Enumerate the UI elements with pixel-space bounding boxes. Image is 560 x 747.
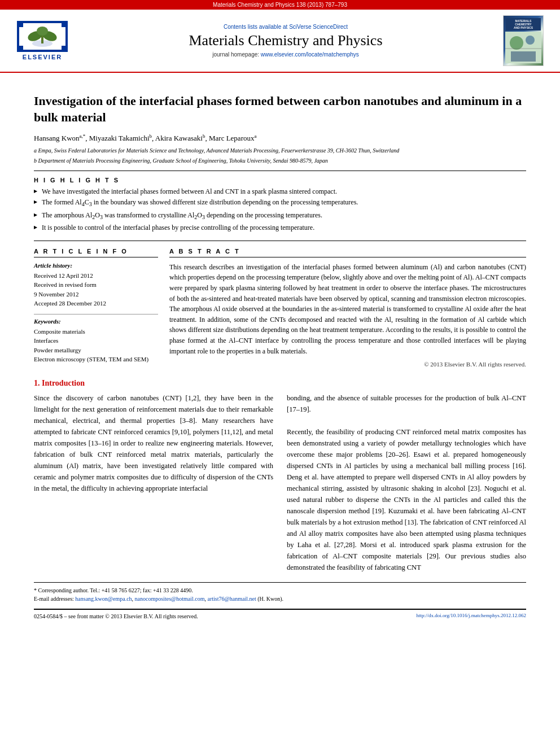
elsevier-emblem (17, 21, 68, 52)
journal-banner: ELSEVIER Contents lists available at Sci… (0, 10, 560, 73)
issn-line: 0254-0584/$ – see front matter © 2013 El… (34, 612, 198, 621)
kwon-affil: a,* (80, 133, 86, 139)
intro-right-col: bonding, and the absence of suitable pro… (287, 392, 526, 573)
keyword-3: Powder metallurgy (34, 346, 158, 355)
info-abstract-columns: A R T I C L E I N F O Article history: R… (34, 248, 526, 368)
svg-point-13 (526, 36, 535, 45)
affiliation-b: b Department of Materials Processing Eng… (34, 157, 526, 165)
email-footnote: E-mail addresses: hansang.kwon@empa.ch, … (34, 595, 526, 603)
article-title: Investigation of the interfacial phases … (34, 93, 526, 125)
article-info-column: A R T I C L E I N F O Article history: R… (34, 248, 158, 368)
svg-point-12 (510, 36, 523, 50)
authors-line: Hansang Kwona,*, Miyazaki Takamichib, Ak… (34, 133, 526, 143)
sciverse-notice: Contents lists available at SciVerse Sci… (73, 24, 498, 30)
history-title: Article history: (34, 262, 158, 269)
highlights-section: H I G H L I G H T S We have investigated… (34, 177, 526, 233)
elsevier-logo-area: ELSEVIER (11, 21, 73, 60)
email-link-2[interactable]: nanocomposites@hotmail.com (135, 596, 205, 602)
keyword-2: Interfaces (34, 336, 158, 346)
copyright-notice: © 2013 Elsevier B.V. All rights reserved… (169, 361, 526, 368)
journal-citation: Materials Chemistry and Physics 138 (201… (213, 2, 347, 8)
doi-link[interactable]: http://dx.doi.org/10.1016/j.matchemphys.… (416, 612, 526, 621)
keywords-section: Keywords: Composite materials Interfaces… (34, 314, 158, 364)
intro-heading: 1. Introduction (34, 379, 526, 388)
journal-cover-area: MATERIALS CHEMISTRY AND PHYSICS (498, 15, 549, 66)
keyword-4: Electron microscopy (STEM, TEM and SEM) (34, 355, 158, 364)
journal-title-block: Contents lists available at SciVerse Sci… (73, 24, 498, 58)
abstract-header: A B S T R A C T (169, 248, 526, 257)
svg-rect-8 (62, 23, 66, 27)
cover-title: MATERIALS CHEMISTRY AND PHYSICS (506, 18, 541, 30)
elsevier-wordmark: ELSEVIER (23, 54, 62, 60)
highlight-item-2: The formed Al4C3 in the boundary was sho… (34, 198, 526, 208)
abstract-text: This research describes an investigation… (169, 262, 526, 356)
journal-cover-image: MATERIALS CHEMISTRY AND PHYSICS (503, 15, 544, 66)
highlight-item-4: It is possible to control of the interfa… (34, 223, 526, 233)
journal-homepage-url[interactable]: www.elsevier.com/locate/matchemphys (261, 51, 359, 58)
intro-text-columns: Since the discovery of carbon nanotubes … (34, 392, 526, 573)
author-kawasaki: Akira Kawasaki (155, 134, 203, 143)
author-kwon: Hansang Kwon (34, 134, 80, 143)
highlight-item-3: The amorphous Al2O3 was transformed to c… (34, 211, 526, 221)
abstract-column: A B S T R A C T This research describes … (169, 248, 526, 368)
journal-header-bar: Materials Chemistry and Physics 138 (201… (0, 0, 560, 10)
history-revised-label: Received in revised form (34, 280, 158, 290)
history-revised-date: 9 November 2012 (34, 290, 158, 299)
keywords-title: Keywords: (34, 318, 158, 325)
lep-affil: a (254, 133, 256, 139)
sciverse-link-text[interactable]: SciVerse ScienceDirect (289, 24, 348, 30)
divider-1 (34, 171, 526, 171)
svg-point-5 (37, 27, 48, 36)
main-content: Investigation of the interfacial phases … (0, 73, 560, 632)
divider-2 (34, 241, 526, 241)
corresponding-footnote: * Corresponding author. Tel.: +41 58 765… (34, 586, 526, 595)
article-info-header: A R T I C L E I N F O (34, 248, 158, 257)
svg-rect-14 (511, 51, 536, 62)
affiliation-a: a Empa, Swiss Federal Laboratories for M… (34, 147, 526, 155)
email-link-3[interactable]: artist76@hanmail.net (208, 596, 256, 602)
author-takamichi: Miyazaki Takamichi (89, 134, 150, 143)
svg-rect-9 (19, 46, 23, 50)
history-received: Received 12 April 2012 (34, 271, 158, 281)
intro-left-col: Since the discovery of carbon nanotubes … (34, 392, 273, 573)
history-accepted: Accepted 28 December 2012 (34, 299, 158, 308)
svg-rect-7 (19, 23, 23, 27)
bottom-bar: 0254-0584/$ – see front matter © 2013 El… (34, 609, 526, 621)
highlight-item-1: We have investigated the interfacial pha… (34, 187, 526, 196)
journal-homepage-line: journal homepage: www.elsevier.com/locat… (73, 51, 498, 58)
highlights-title: H I G H L I G H T S (34, 177, 526, 184)
introduction-section: 1. Introduction Since the discovery of c… (34, 379, 526, 573)
email-link-1[interactable]: hansang.kwon@empa.ch (75, 596, 132, 602)
footnotes: * Corresponding author. Tel.: +41 58 765… (34, 582, 526, 621)
journal-main-title: Materials Chemistry and Physics (73, 32, 498, 49)
keyword-1: Composite materials (34, 327, 158, 337)
author-leparoux: Marc Leparoux (209, 134, 255, 143)
svg-rect-10 (62, 46, 66, 50)
